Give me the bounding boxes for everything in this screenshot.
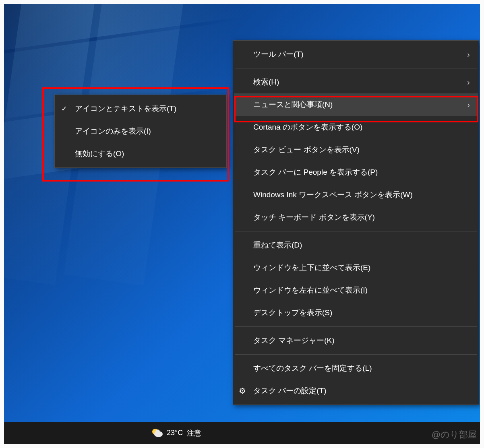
menu-item-label: すべてのタスク バーを固定する(L) [253, 363, 470, 374]
menu-item-label: 検索(H) [253, 77, 467, 87]
menu-item-label: タスク バーに People を表示する(P) [253, 167, 470, 178]
taskbar-context-menu: ツール バー(T) › 検索(H) › ニュースと関心事項(N) › Corta… [233, 40, 479, 405]
menu-item-news-interests[interactable]: ニュースと関心事項(N) › [234, 93, 478, 116]
menu-separator [235, 326, 477, 327]
chevron-right-icon: › [467, 100, 470, 109]
menu-item-label: Windows Ink ワークスペース ボタンを表示(W) [253, 190, 470, 200]
menu-separator [235, 354, 477, 355]
chevron-right-icon: › [467, 50, 470, 59]
menu-item-label: ウィンドウを上下に並べて表示(E) [253, 262, 470, 273]
menu-item-label: タッチ キーボード ボタンを表示(Y) [253, 212, 470, 223]
menu-item-windows-ink[interactable]: Windows Ink ワークスペース ボタンを表示(W) [234, 184, 478, 206]
menu-item-label: 重ねて表示(D) [253, 240, 470, 250]
menu-item-label: タスク ビュー ボタンを表示(V) [253, 145, 470, 155]
menu-item-label: タスク マネージャー(K) [253, 335, 470, 346]
menu-separator [235, 68, 477, 68]
menu-item-label: 無効にする(O) [75, 149, 217, 159]
submenu-item-disable[interactable]: 無効にする(O) [56, 142, 225, 165]
menu-item-stack-horizontal[interactable]: ウィンドウを上下に並べて表示(E) [234, 256, 478, 279]
menu-item-label: タスク バーの設定(T) [253, 386, 470, 396]
weather-widget[interactable]: 23°C 注意 [152, 428, 201, 438]
menu-item-lock-taskbar[interactable]: すべてのタスク バーを固定する(L) [234, 357, 478, 380]
menu-item-search[interactable]: 検索(H) › [234, 71, 478, 93]
menu-item-task-view[interactable]: タスク ビュー ボタンを表示(V) [234, 138, 478, 161]
menu-item-cortana-button[interactable]: Cortana のボタンを表示する(O) [234, 116, 478, 138]
menu-item-touch-keyboard[interactable]: タッチ キーボード ボタンを表示(Y) [234, 206, 478, 229]
menu-separator [235, 231, 477, 231]
news-interests-submenu: ✓ アイコンとテキストを表示(T) アイコンのみを表示(I) 無効にする(O) [54, 95, 227, 168]
menu-item-label: ウィンドウを左右に並べて表示(I) [253, 285, 470, 295]
menu-item-task-manager[interactable]: タスク マネージャー(K) [234, 329, 478, 352]
weather-icon [152, 429, 163, 438]
menu-item-toolbars[interactable]: ツール バー(T) › [234, 43, 478, 66]
check-icon: ✓ [61, 104, 67, 113]
menu-item-label: ニュースと関心事項(N) [253, 99, 467, 110]
menu-item-people[interactable]: タスク バーに People を表示する(P) [234, 161, 478, 184]
menu-item-label: ツール バー(T) [253, 49, 467, 60]
menu-item-show-desktop[interactable]: デスクトップを表示(S) [234, 301, 478, 324]
menu-item-label: アイコンとテキストを表示(T) [75, 103, 217, 114]
menu-item-taskbar-settings[interactable]: ⚙ タスク バーの設定(T) [234, 380, 478, 402]
menu-item-label: デスクトップを表示(S) [253, 308, 470, 318]
weather-temp: 23°C [167, 429, 183, 437]
menu-item-cascade[interactable]: 重ねて表示(D) [234, 234, 478, 256]
submenu-item-icon-text[interactable]: ✓ アイコンとテキストを表示(T) [56, 97, 225, 120]
taskbar[interactable]: 23°C 注意 [4, 422, 480, 444]
menu-item-stack-vertical[interactable]: ウィンドウを左右に並べて表示(I) [234, 279, 478, 301]
weather-condition: 注意 [187, 428, 201, 438]
submenu-item-icon-only[interactable]: アイコンのみを表示(I) [56, 120, 225, 142]
menu-item-label: Cortana のボタンを表示する(O) [253, 122, 470, 132]
chevron-right-icon: › [467, 78, 470, 87]
menu-item-label: アイコンのみを表示(I) [75, 126, 217, 136]
gear-icon: ⚙ [239, 386, 246, 396]
